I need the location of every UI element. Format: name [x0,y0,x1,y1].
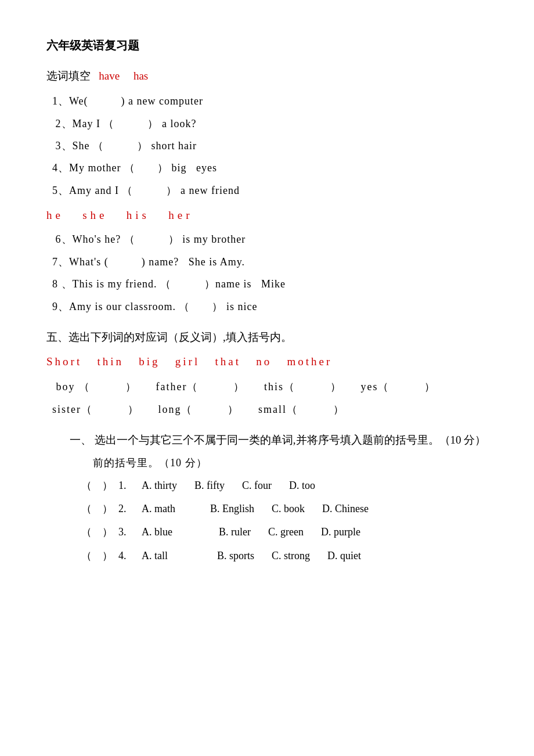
question-8: 8 、This is my friend. （ ）name is Mike [46,275,488,293]
mcq-options-3: A. blue B. ruler C. green D. purple [142,523,488,541]
question-4: 4、My mother （ ） big eyes [46,159,488,177]
antonym-row-2: sister（ ） long（ ） small（ ） [46,400,488,419]
mcq-options-1: A. thirty B. fifty C. four D. too [142,476,488,495]
section-one-sub-header: 前的括号里。（10 分） [70,453,488,472]
question-1: 1、We( ) a new computer [46,92,488,110]
choice-have: have [99,70,120,82]
mcq-1: （ ） 1. A. thirty B. fifty C. four D. too [70,476,488,495]
choice-has: has [134,70,148,82]
choice-he: he [46,209,64,221]
mcq-num-2: 2. [118,499,136,518]
mcq-num-1: 1. [118,476,136,495]
section-one-container: 一、 选出一个与其它三个不属于同一类的单词,并将序号填入题前的括号里。（10 分… [46,430,488,565]
question-6: 6、Who's he? （ ） is my brother [46,230,488,249]
mcq-2: （ ） 2. A. math B. English C. book D. Chi… [70,499,488,518]
choice-his: his [127,209,150,221]
section-one-header: 一、 选出一个与其它三个不属于同一类的单词,并将序号填入题前的括号里。（10 分… [70,430,488,450]
mcq-paren-2: （ ） [81,499,113,518]
question-2: 2、May I （ ） a look? [46,114,488,133]
mcq-num-3: 3. [118,523,136,541]
question-3: 3、She （ ） short hair [46,136,488,155]
mcq-paren-4: （ ） [81,546,113,565]
choice-she: she [82,209,107,221]
question-5: 5、Amy and I （ ） a new friend [46,181,488,200]
mcq-paren-1: （ ） [81,476,113,495]
antonym-choices: Short thin big girl that no mother [46,352,488,372]
section-five-header: 五、选出下列词的对应词（反义词）,填入括号内。 [46,327,488,347]
question-9: 9、Amy is our classroom. （ ） is nice [46,297,488,316]
mcq-options-2: A. math B. English C. book D. Chinese [142,499,488,518]
question-7: 7、What's ( ) name? She is Amy. [46,253,488,271]
antonym-row-1: boy （ ） father（ ） this（ ） yes（ ） [46,377,488,396]
mcq-3: （ ） 3. A. blue B. ruler C. green D. purp… [70,523,488,541]
mcq-4: （ ） 4. A. tall B. sports C. strong D. qu… [70,546,488,565]
choice-her: her [168,209,193,221]
mcq-options-4: A. tall B. sports C. strong D. quiet [142,546,488,565]
mcq-num-4: 4. [118,546,136,565]
section-fill-header: 选词填空 have has [46,66,488,86]
page-title: 六年级英语复习题 [46,35,488,56]
choices-group-2: he she his her [46,206,488,225]
mcq-paren-3: （ ） [81,523,113,541]
